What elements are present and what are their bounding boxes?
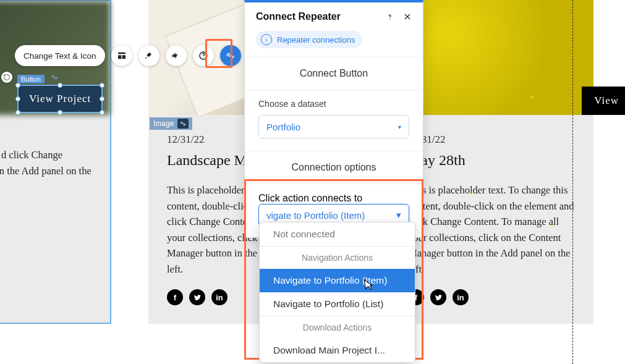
- dataset-label: Choose a dataset: [258, 99, 409, 109]
- svg-rect-2: [122, 55, 125, 59]
- view-project-button[interactable]: View: [582, 87, 625, 115]
- dataset-select[interactable]: Portfolio ▾: [258, 115, 409, 138]
- chevron-left-icon: ‹: [261, 34, 272, 45]
- selected-button-label: View Project: [29, 93, 91, 104]
- dropdown-option-not-connected[interactable]: Not connected: [260, 222, 415, 246]
- connect-data-icon: [177, 119, 189, 129]
- selected-button[interactable]: View Project: [17, 85, 103, 113]
- svg-point-5: [389, 19, 390, 19]
- layout-icon[interactable]: [111, 45, 132, 66]
- chevron-down-icon: ▾: [396, 210, 401, 221]
- element-type-label-image: Image: [150, 117, 192, 130]
- back-to-repeater-connections[interactable]: ‹ Repeater connections: [256, 31, 362, 48]
- facebook-icon[interactable]: f: [167, 289, 183, 305]
- card-description: ange this content, d click Change ollect…: [0, 147, 91, 240]
- svg-rect-0: [118, 53, 125, 54]
- click-action-label: Click action connects to: [258, 193, 362, 203]
- dropdown-group-navigation: Navigation Actions: [260, 247, 415, 269]
- section-connection-options: Connection options: [245, 151, 423, 184]
- panel-title: Connect Repeater: [256, 11, 341, 22]
- selection-type-label: Button: [17, 75, 45, 83]
- svg-rect-1: [118, 55, 121, 59]
- page-edge-guide: [572, 0, 573, 364]
- chevron-down-icon: ▾: [398, 124, 401, 130]
- panel-help-icon[interactable]: [385, 12, 394, 22]
- svg-point-4: [203, 57, 203, 58]
- section-connect-button: Connect Button: [245, 57, 423, 90]
- dropdown-option-nav-list[interactable]: Navigate to Portfolio (List): [260, 292, 415, 316]
- linkedin-icon[interactable]: in: [211, 289, 227, 305]
- animation-icon[interactable]: [166, 45, 187, 66]
- dropdown-group-download: Download Actions: [260, 316, 415, 339]
- dropdown-option-download-main[interactable]: Download Main Project I...: [260, 339, 415, 362]
- click-action-dropdown[interactable]: Not connected Navigation Actions Navigat…: [259, 222, 415, 363]
- connect-data-icon: [49, 72, 59, 82]
- connect-repeater-panel: Connect Repeater ‹ Repeater connections …: [244, 0, 423, 238]
- highlight-box: [205, 39, 232, 68]
- change-text-button[interactable]: Change Text & Icon: [15, 45, 105, 66]
- dropdown-option-nav-item[interactable]: Navigate to Portfolio (Item): [260, 269, 415, 292]
- close-icon[interactable]: [403, 12, 412, 21]
- undo-history-icon[interactable]: [1, 72, 12, 83]
- paint-icon[interactable]: [138, 45, 159, 66]
- twitter-icon[interactable]: [189, 289, 205, 305]
